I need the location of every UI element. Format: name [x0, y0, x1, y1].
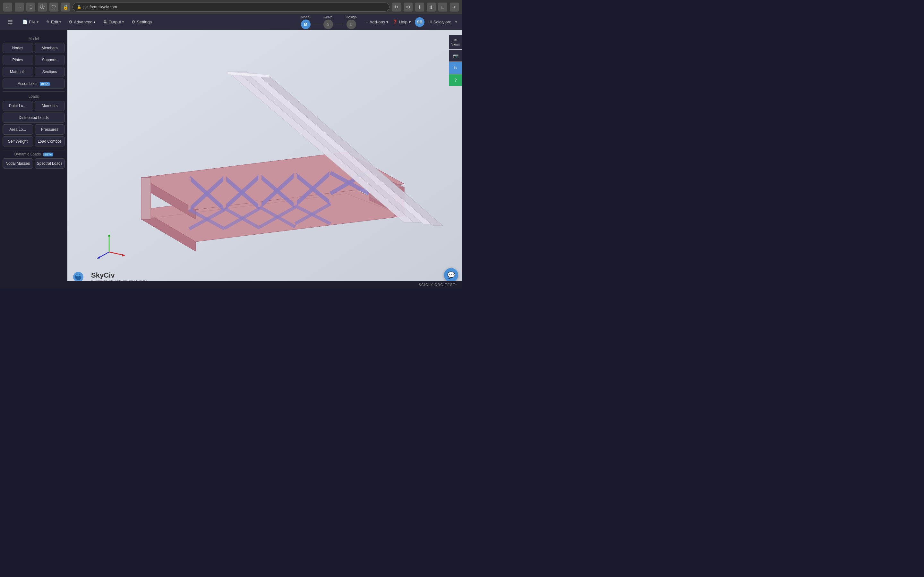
file-menu[interactable]: 📄 File ▾: [19, 18, 42, 26]
settings-icon: ⚙: [132, 19, 136, 24]
pressures-button[interactable]: Pressures: [35, 124, 65, 135]
plates-button[interactable]: Plates: [3, 55, 33, 65]
distributed-loads-button[interactable]: Distributed Loads: [3, 113, 65, 123]
sections-button[interactable]: Sections: [35, 67, 65, 77]
svg-line-43: [99, 252, 109, 258]
back-button[interactable]: ←: [3, 3, 12, 11]
user-chevron: ▾: [455, 20, 457, 24]
file-icon: 📄: [23, 19, 27, 24]
skyciv-name: SkyCiv: [91, 271, 148, 279]
load-combos-button[interactable]: Load Combos: [35, 136, 65, 147]
workflow-connector-2: [336, 24, 343, 24]
svg-rect-0: [67, 30, 462, 288]
nodal-masses-button[interactable]: Nodal Masses: [3, 158, 33, 169]
shield-button[interactable]: 🛡: [49, 3, 58, 11]
rotate-button[interactable]: ↻: [449, 62, 462, 74]
views-label: Views: [451, 43, 460, 46]
hamburger-button[interactable]: ☰: [5, 17, 15, 27]
advanced-chevron: ▾: [94, 20, 95, 24]
supports-button[interactable]: Supports: [35, 55, 65, 65]
divider-1: [3, 91, 65, 92]
workflow-model[interactable]: Model M: [301, 15, 310, 29]
self-weight-button[interactable]: Self Weight: [3, 136, 33, 147]
privacy-button[interactable]: 🔒: [61, 3, 70, 11]
members-button[interactable]: Members: [35, 43, 65, 53]
download-button[interactable]: ⬇: [415, 3, 424, 11]
svg-marker-42: [122, 254, 125, 256]
sidebar: Model Nodes Members Plates Supports Mate…: [0, 30, 67, 288]
user-avatar: SB: [415, 17, 425, 27]
status-bar: SCIOLY-ORG-TEST*: [67, 281, 462, 288]
svg-line-41: [109, 252, 124, 255]
assemblies-button[interactable]: Assemblies BETA: [3, 79, 65, 89]
rotate-icon: ↻: [454, 65, 457, 71]
dynamic-loads-title: Dynamic Loads BETA: [3, 152, 65, 156]
edit-icon: ✎: [46, 19, 50, 24]
eye-icon: 👁: [454, 39, 457, 42]
url-text: platform.skyciv.com: [83, 5, 117, 9]
point-loads-button[interactable]: Point Lo...: [3, 101, 33, 111]
addons-menu[interactable]: ⎓ Add-ons ▾: [366, 19, 389, 24]
user-name[interactable]: Hi Scioly.org: [428, 19, 451, 24]
browser-settings-button[interactable]: ⚙: [404, 3, 413, 11]
assemblies-beta-badge: BETA: [40, 82, 50, 86]
scene-svg: [67, 30, 462, 288]
model-section-title: Model: [3, 37, 65, 41]
info-button[interactable]: ⓘ: [38, 3, 47, 11]
views-button[interactable]: 👁 Views: [449, 35, 462, 49]
output-icon: 🖶: [103, 19, 107, 24]
workflow-steps: Model M Solve S Design D: [298, 15, 359, 29]
area-loads-button[interactable]: Area Lo...: [3, 124, 33, 135]
workflow-solve[interactable]: Solve S: [323, 15, 333, 29]
loads-grid: Point Lo... Moments Distributed Loads Ar…: [3, 101, 65, 147]
camera-button[interactable]: 📷: [449, 50, 462, 61]
header-right: ⎓ Add-ons ▾ ❓ Help ▾ SB Hi Scioly.org ▾: [366, 17, 457, 27]
chat-icon: 💬: [447, 271, 455, 279]
settings-menu[interactable]: ⚙ Settings: [128, 18, 155, 26]
forward-button[interactable]: →: [15, 3, 24, 11]
advanced-icon: ⚙: [69, 19, 73, 24]
svg-marker-44: [97, 256, 100, 259]
upload-button[interactable]: ⬆: [427, 3, 436, 11]
moments-button[interactable]: Moments: [35, 101, 65, 111]
axis-indicator: [93, 229, 125, 263]
reload-button[interactable]: ↻: [392, 3, 401, 11]
solve-step-icon: S: [323, 19, 333, 29]
viewport[interactable]: SkyCiv CLOUD ENGINEERING SOFTWARE 👁 View…: [67, 30, 462, 288]
svg-marker-40: [108, 234, 110, 237]
app-header: ☰ 📄 File ▾ ✎ Edit ▾ ⚙ Advanced ▾ 🖶 Outpu…: [0, 14, 462, 30]
workflow-design[interactable]: Design D: [346, 15, 357, 29]
status-text: SCIOLY-ORG-TEST*: [419, 283, 457, 287]
output-menu[interactable]: 🖶 Output ▾: [100, 18, 127, 26]
chat-button[interactable]: 💬: [444, 268, 458, 282]
edit-chevron: ▾: [59, 20, 61, 24]
addons-icon: ⎓: [366, 19, 368, 24]
address-bar[interactable]: 🔒 platform.skyciv.com: [73, 3, 389, 11]
help-menu[interactable]: ❓ Help ▾: [393, 19, 411, 24]
tab-button[interactable]: ⎕: [26, 3, 35, 11]
question-icon: ?: [454, 77, 457, 83]
model-step-icon: M: [301, 19, 310, 29]
advanced-menu[interactable]: ⚙ Advanced ▾: [65, 18, 99, 26]
new-tab-button[interactable]: +: [450, 3, 459, 11]
main-content: Model Nodes Members Plates Supports Mate…: [0, 30, 462, 288]
design-step-icon: D: [347, 19, 356, 29]
dynamic-loads-grid: Nodal Masses Spectral Loads: [3, 158, 65, 169]
loads-section-title: Loads: [3, 94, 65, 99]
help-panel-button[interactable]: ?: [449, 74, 462, 86]
workflow-connector-1: [313, 24, 321, 24]
dynamic-loads-beta-badge: BETA: [43, 153, 53, 156]
edit-menu[interactable]: ✎ Edit ▾: [43, 18, 64, 26]
materials-button[interactable]: Materials: [3, 67, 33, 77]
model-grid: Nodes Members Plates Supports Materials …: [3, 43, 65, 89]
nodes-button[interactable]: Nodes: [3, 43, 33, 53]
spectral-loads-button[interactable]: Spectral Loads: [35, 158, 65, 169]
output-chevron: ▾: [122, 20, 124, 24]
svg-marker-33: [141, 177, 151, 219]
file-chevron: ▾: [37, 20, 39, 24]
help-icon: ❓: [393, 19, 397, 24]
lock-icon: 🔒: [77, 5, 81, 9]
browser-chrome: ← → ⎕ ⓘ 🛡 🔒 🔒 platform.skyciv.com ↻ ⚙ ⬇ …: [0, 0, 462, 14]
expand-button[interactable]: ⨆: [438, 3, 447, 11]
views-panel: 👁 Views 📷 ↻ ?: [449, 35, 462, 86]
